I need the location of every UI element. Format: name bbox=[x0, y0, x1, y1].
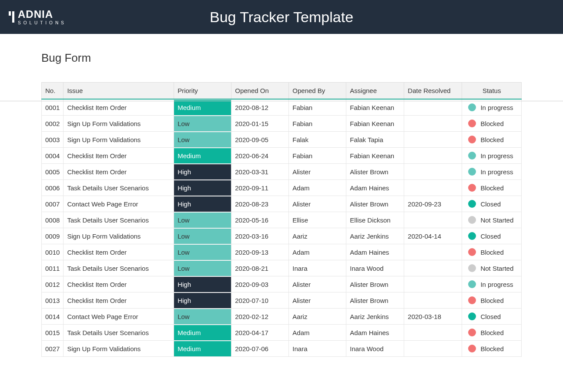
cell-priority: High bbox=[174, 276, 231, 292]
cell-assignee: Adam Haines bbox=[346, 244, 404, 260]
priority-badge: Low bbox=[174, 132, 231, 147]
cell-no: 0009 bbox=[42, 228, 64, 244]
cell-issue: Checklist Item Order bbox=[64, 148, 174, 164]
cell-opened-by: Alister bbox=[289, 196, 346, 212]
status-dot-icon bbox=[468, 264, 476, 272]
cell-issue: Sign Up Form Validations bbox=[64, 228, 174, 244]
cell-date-resolved bbox=[404, 132, 462, 148]
cell-issue: Task Details User Scenarios bbox=[64, 180, 174, 196]
priority-badge: Medium bbox=[174, 341, 231, 356]
cell-opened-on: 2020-09-11 bbox=[231, 180, 289, 196]
cell-priority: High bbox=[174, 292, 231, 309]
cell-assignee: Ellise Dickson bbox=[346, 212, 404, 228]
priority-badge: Medium bbox=[174, 325, 231, 340]
column-status: Status bbox=[462, 83, 522, 100]
status-label: Not Started bbox=[480, 265, 513, 272]
cell-opened-by: Fabian bbox=[289, 99, 346, 116]
cell-opened-by: Falak bbox=[289, 132, 346, 148]
cell-no: 0005 bbox=[42, 164, 64, 180]
cell-priority: High bbox=[174, 180, 231, 196]
cell-assignee: Alister Brown bbox=[346, 164, 404, 180]
cell-no: 0014 bbox=[42, 309, 64, 325]
cell-date-resolved bbox=[404, 325, 462, 341]
cell-opened-on: 2020-07-10 bbox=[231, 292, 289, 309]
cell-status: Blocked bbox=[462, 325, 522, 341]
cell-priority: Low bbox=[174, 132, 231, 148]
logo-brand: ADNIA bbox=[18, 9, 67, 20]
cell-date-resolved bbox=[404, 276, 462, 292]
priority-badge: High bbox=[174, 277, 231, 292]
cell-status: In progress bbox=[462, 164, 522, 180]
cell-opened-by: Aariz bbox=[289, 309, 346, 325]
cell-opened-by: Adam bbox=[289, 325, 346, 341]
cell-no: 0002 bbox=[42, 116, 64, 132]
cell-assignee: Falak Tapia bbox=[346, 132, 404, 148]
cell-issue: Sign Up Form Validations bbox=[64, 116, 174, 132]
cell-no: 0003 bbox=[42, 132, 64, 148]
cell-opened-by: Inara bbox=[289, 341, 346, 357]
cell-issue: Contact Web Page Error bbox=[64, 309, 174, 325]
cell-assignee: Alister Brown bbox=[346, 276, 404, 292]
cell-priority: Medium bbox=[174, 325, 231, 341]
cell-issue: Checklist Item Order bbox=[64, 99, 174, 116]
status-dot-icon bbox=[468, 103, 476, 111]
status-dot-icon bbox=[468, 184, 476, 192]
cell-date-resolved: 2020-04-14 bbox=[404, 228, 462, 244]
priority-badge: High bbox=[174, 196, 231, 212]
status-label: Blocked bbox=[480, 329, 503, 336]
cell-assignee: Alister Brown bbox=[346, 292, 404, 309]
status-label: Closed bbox=[480, 200, 501, 208]
status-dot-icon bbox=[468, 280, 476, 288]
column-opened-on: Opened On bbox=[231, 83, 289, 100]
status-label: In progress bbox=[480, 281, 513, 288]
cell-issue: Contact Web Page Error bbox=[64, 196, 174, 212]
cell-date-resolved bbox=[404, 212, 462, 228]
cell-opened-on: 2020-09-05 bbox=[231, 132, 289, 148]
cell-no: 0008 bbox=[42, 212, 64, 228]
cell-date-resolved bbox=[404, 260, 462, 276]
cell-issue: Task Details User Scenarios bbox=[64, 212, 174, 228]
cell-status: In progress bbox=[462, 99, 522, 116]
column-date-resolved: Date Resolved bbox=[404, 83, 462, 100]
cell-opened-by: Fabian bbox=[289, 116, 346, 132]
priority-badge: Medium bbox=[174, 148, 231, 163]
table-row: 0007Contact Web Page ErrorHigh2020-08-23… bbox=[42, 196, 522, 212]
cell-opened-on: 2020-03-31 bbox=[231, 164, 289, 180]
table-row: 0006Task Details User ScenariosHigh2020-… bbox=[42, 180, 522, 196]
cell-opened-on: 2020-01-15 bbox=[231, 116, 289, 132]
cell-opened-by: Alister bbox=[289, 164, 346, 180]
cell-no: 0006 bbox=[42, 180, 64, 196]
table-row: 0010Checklist Item OrderLow2020-09-13Ada… bbox=[42, 244, 522, 260]
priority-badge: Low bbox=[174, 261, 231, 276]
status-dot-icon bbox=[468, 152, 476, 159]
table-row: 0004Checklist Item OrderMedium2020-06-24… bbox=[42, 148, 522, 164]
cell-assignee: Fabian Keenan bbox=[346, 116, 404, 132]
table-row: 0015Task Details User ScenariosMedium202… bbox=[42, 325, 522, 341]
cell-priority: High bbox=[174, 164, 231, 180]
status-label: Blocked bbox=[480, 120, 503, 127]
status-dot-icon bbox=[468, 312, 476, 320]
priority-badge: High bbox=[174, 293, 231, 308]
cell-priority: Low bbox=[174, 212, 231, 228]
cell-issue: Checklist Item Order bbox=[64, 292, 174, 309]
status-dot-icon bbox=[468, 296, 476, 304]
cell-assignee: Adam Haines bbox=[346, 325, 404, 341]
status-dot-icon bbox=[468, 136, 476, 143]
cell-date-resolved: 2020-09-23 bbox=[404, 196, 462, 212]
cell-status: In progress bbox=[462, 148, 522, 164]
table-header-row: No. Issue Priority Opened On Opened By A… bbox=[42, 83, 522, 100]
cell-no: 0027 bbox=[42, 341, 64, 357]
cell-no: 0010 bbox=[42, 244, 64, 260]
cell-priority: Medium bbox=[174, 99, 231, 116]
status-dot-icon bbox=[468, 200, 476, 208]
status-label: Blocked bbox=[480, 345, 503, 352]
section-title: Bug Form bbox=[41, 51, 522, 65]
cell-status: Blocked bbox=[462, 341, 522, 357]
priority-badge: Low bbox=[174, 213, 231, 228]
cell-assignee: Aariz Jenkins bbox=[346, 228, 404, 244]
cell-issue: Checklist Item Order bbox=[64, 164, 174, 180]
cell-opened-on: 2020-03-16 bbox=[231, 228, 289, 244]
status-label: Closed bbox=[480, 233, 501, 240]
column-no: No. bbox=[42, 83, 64, 100]
cell-status: In progress bbox=[462, 276, 522, 292]
